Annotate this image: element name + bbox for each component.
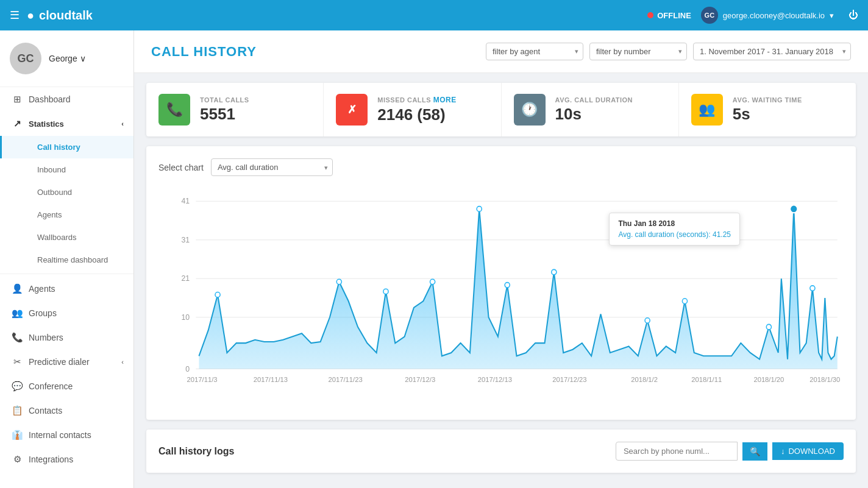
sidebar-item-internal-contacts[interactable]: 👔 Internal contacts	[0, 423, 133, 447]
predictive-dialer-icon: ✂	[12, 356, 23, 367]
status-label: OFFLINE	[657, 11, 691, 20]
agents-icon: 👤	[12, 283, 23, 294]
sidebar-item-conference[interactable]: 💬 Conference	[0, 374, 133, 398]
sidebar-username[interactable]: George ∨	[49, 54, 86, 63]
more-link[interactable]: MORE	[433, 96, 457, 104]
svg-point-19	[682, 299, 687, 303]
missed-calls-icon: ✗	[336, 94, 368, 126]
svg-text:2017/12/13: 2017/12/13	[478, 375, 512, 383]
sidebar-item-label: Agents	[37, 210, 62, 219]
search-button[interactable]: 🔍	[742, 442, 767, 461]
sidebar-item-agents[interactable]: 👤 Agents	[0, 277, 133, 301]
stat-card-missed-calls: ✗ MISSED CALLS MORE 2146 (58)	[324, 83, 501, 136]
download-button[interactable]: ↓ DOWNLOAD	[772, 442, 844, 460]
svg-point-10	[790, 205, 797, 213]
svg-text:0: 0	[185, 365, 190, 373]
chart-select-wrapper: Avg. call duration Total calls Missed ca…	[211, 158, 333, 176]
sidebar-item-outbound[interactable]: Outbound	[0, 181, 133, 203]
sidebar-item-groups[interactable]: 👥 Groups	[0, 301, 133, 325]
sidebar-item-label: Statistics	[29, 119, 64, 129]
svg-text:2017/11/23: 2017/11/23	[328, 375, 362, 383]
header-filters: filter by agent ▾ filter by number ▾ 1. …	[486, 43, 851, 60]
sidebar-item-label: Conference	[29, 381, 73, 391]
svg-point-14	[430, 279, 435, 284]
user-menu[interactable]: GC george.clooney@cloudtalk.io ▾	[701, 7, 834, 24]
chevron-right-icon: ‹	[121, 358, 124, 366]
chart-container: 41 31 21 10 0	[158, 188, 844, 408]
stats-row: 📞 TOTAL CALLS 5551 ✗ MISSED CALLS MORE 2…	[146, 83, 856, 136]
svg-point-17	[552, 269, 557, 274]
chart-type-select[interactable]: Avg. call duration Total calls Missed ca…	[211, 158, 333, 176]
avg-waiting-icon: 👥	[691, 94, 723, 126]
chart-section: Select chart Avg. call duration Total ca…	[146, 146, 856, 420]
total-calls-info: TOTAL CALLS 5551	[200, 96, 249, 124]
status-badge[interactable]: OFFLINE	[647, 11, 691, 20]
sidebar-item-label: Realtime dashboard	[37, 255, 108, 264]
sidebar-item-wallboards[interactable]: Wallboards	[0, 226, 133, 249]
user-email: george.clooney@cloudtalk.io	[723, 11, 825, 20]
sidebar-item-label: Agents	[29, 284, 55, 294]
filter-by-number-select[interactable]: filter by number	[589, 43, 687, 60]
chart-svg: 41 31 21 10 0	[158, 188, 844, 408]
svg-point-12	[336, 279, 341, 284]
select-chart-label: Select chart	[158, 163, 204, 172]
groups-icon: 👥	[12, 308, 23, 319]
sidebar-navigation: ⊞ Dashboard ↗ Statistics ‹ Call history …	[0, 87, 133, 488]
main-content: CALL HISTORY filter by agent ▾ filter by…	[134, 30, 868, 488]
total-calls-label: TOTAL CALLS	[200, 96, 249, 104]
topnav-left: ☰ ● cloudtalk	[10, 9, 93, 23]
svg-text:31: 31	[181, 236, 190, 244]
svg-text:10: 10	[181, 313, 190, 322]
sidebar-item-label: Integrations	[29, 454, 73, 464]
sidebar-item-label: Numbers	[29, 333, 63, 342]
svg-point-15	[477, 207, 482, 211]
sidebar-item-inbound[interactable]: Inbound	[0, 158, 133, 181]
sidebar-item-dashboard[interactable]: ⊞ Dashboard	[0, 87, 133, 111]
dashboard-icon: ⊞	[12, 94, 23, 105]
power-icon[interactable]: ⏻	[848, 10, 858, 21]
svg-point-20	[766, 324, 771, 329]
sidebar: GC George ∨ ⊞ Dashboard ↗ Statistics ‹ C…	[0, 30, 134, 488]
total-calls-icon: 📞	[158, 94, 190, 126]
sidebar-item-label: Outbound	[37, 188, 72, 197]
chevron-down-icon: ‹	[121, 120, 124, 127]
sidebar-item-contacts[interactable]: 📋 Contacts	[0, 398, 133, 423]
sidebar-item-statistics[interactable]: ↗ Statistics ‹	[0, 111, 133, 136]
sidebar-item-label: Predictive dialer	[29, 357, 90, 367]
sidebar-item-agents-stat[interactable]: Agents	[0, 203, 133, 226]
sidebar-item-predictive-dialer[interactable]: ✂ Predictive dialer ‹	[0, 350, 133, 374]
page-title: CALL HISTORY	[151, 44, 257, 60]
date-filter-wrapper: 1. November 2017 - 31. January 2018 ▾	[693, 43, 851, 60]
topnav-right: OFFLINE GC george.clooney@cloudtalk.io ▾…	[647, 7, 858, 24]
svg-point-13	[383, 289, 388, 294]
svg-text:41: 41	[181, 197, 190, 205]
agent-filter-wrapper: filter by agent ▾	[486, 43, 583, 60]
logs-title: Call history logs	[158, 446, 234, 457]
svg-point-21	[810, 286, 815, 291]
logs-header: Call history logs 🔍 ↓ DOWNLOAD	[158, 442, 844, 461]
download-label: DOWNLOAD	[788, 447, 835, 456]
sidebar-item-integrations[interactable]: ⚙ Integrations	[0, 447, 133, 472]
search-input[interactable]	[616, 442, 738, 461]
logs-search: 🔍 ↓ DOWNLOAD	[616, 442, 844, 461]
filter-by-agent-select[interactable]: filter by agent	[486, 43, 583, 60]
sidebar-avatar: GC	[10, 43, 41, 74]
sidebar-user: GC George ∨	[0, 30, 133, 87]
svg-text:2017/11/13: 2017/11/13	[254, 375, 288, 383]
sidebar-item-numbers[interactable]: 📞 Numbers	[0, 325, 133, 350]
sidebar-item-realtime[interactable]: Realtime dashboard	[0, 249, 133, 271]
sidebar-item-call-history[interactable]: Call history	[0, 136, 133, 158]
logs-section: Call history logs 🔍 ↓ DOWNLOAD	[146, 430, 856, 473]
avg-duration-info: AVG. CALL DURATION 10s	[555, 96, 633, 124]
svg-text:2018/1/11: 2018/1/11	[691, 375, 722, 383]
app-logo: ● cloudtalk	[27, 9, 93, 23]
avg-duration-value: 10s	[555, 105, 633, 124]
svg-text:2017/12/3: 2017/12/3	[405, 375, 435, 383]
date-range-select[interactable]: 1. November 2017 - 31. January 2018	[693, 43, 851, 60]
user-menu-chevron: ▾	[830, 11, 834, 20]
sidebar-item-label: Internal contacts	[29, 430, 91, 440]
sidebar-item-label: Call history	[37, 143, 80, 152]
user-avatar: GC	[701, 7, 718, 24]
hamburger-menu-icon[interactable]: ☰	[10, 9, 20, 22]
stat-card-avg-waiting: 👥 AVG. WAITING TIME 5s	[679, 83, 856, 136]
